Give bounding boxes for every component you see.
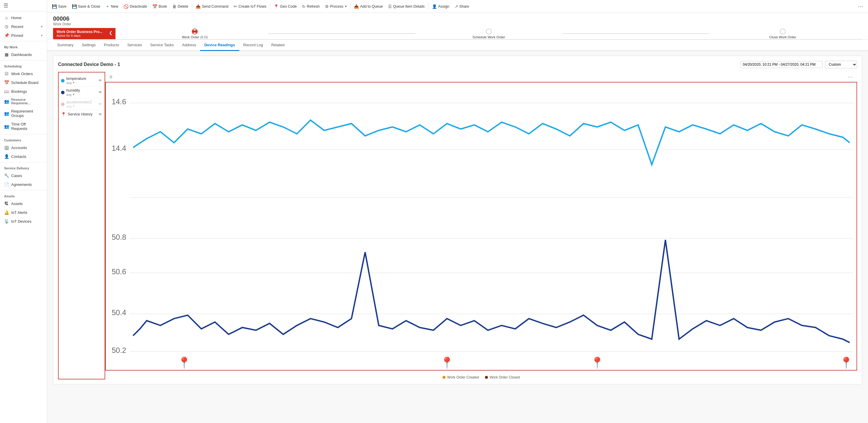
work-order-created-dot [442,376,445,379]
send-command-label: Send Command [202,4,228,8]
iot-alerts-icon: 🔔 [4,210,9,215]
footer-item-created: Work Order Created [442,375,479,380]
bpf-step-label: Close Work Order [769,35,797,39]
bpf-bar: Work Order Business Pro... Active for 6 … [53,28,862,39]
chevron-down-icon[interactable]: ▾ [73,93,74,96]
work-order-closed-dot [485,376,488,379]
sidebar-item-iot-devices[interactable]: 📡 IoT Devices [0,217,47,226]
pin-icon: 📍 [590,356,604,369]
process-icon: ⚙ [325,4,329,9]
record-type: Work Order [53,22,862,26]
hamburger-icon[interactable]: ☰ [3,3,8,8]
deactivate-button[interactable]: 🚫 Deactivate [121,1,149,12]
geo-code-icon: 📍 [274,4,279,9]
chart-footer: Work Order Created Work Order Closed [105,373,857,380]
sidebar-item-label: IoT Alerts [11,210,43,215]
process-button[interactable]: ⚙ Process ▾ [322,1,349,12]
toolbar-more-button[interactable]: ⋯ [856,2,866,11]
chevron-down-icon[interactable]: ▾ [73,81,74,85]
sidebar-item-assets[interactable]: 🏗 Assets [0,199,47,208]
sidebar-item-iot-alerts[interactable]: 🔔 IoT Alerts [0,208,47,217]
chevron-down-icon[interactable]: ▾ [73,104,74,108]
refresh-button[interactable]: ↻ Refresh [300,1,322,12]
add-to-queue-button[interactable]: 📥 Add to Queue [351,1,385,12]
sidebar-item-accounts[interactable]: 🏢 Accounts [0,143,47,152]
temperature-dot [61,79,64,83]
main-area: 💾 Save 💾 Save & Close ＋ New 🚫 Deactivate… [47,0,868,423]
sidebar-item-req-groups[interactable]: 👥 Requirement Groups [0,107,47,120]
sidebar-item-bookings[interactable]: 📖 Bookings [0,87,47,96]
chart-more-button[interactable]: ⋯ [845,72,855,81]
queue-item-details-button[interactable]: ☰ Queue Item Details [386,1,427,12]
book-label: Book [158,4,167,8]
save-close-button[interactable]: 💾 Save & Close [69,1,103,12]
tab-service-tasks[interactable]: Service Tasks [146,40,178,51]
sidebar-item-resource-req[interactable]: 👥 Resource Requireme... [0,96,47,107]
sidebar-item-label: IoT Devices [11,219,43,224]
geo-code-button[interactable]: 📍 Geo Code [271,1,299,12]
layers-icon[interactable]: ≡ [107,73,115,81]
sidebar-item-cases[interactable]: 🔧 Cases [0,171,47,180]
bpf-collapse-button[interactable]: ❮ [106,28,116,39]
bpf-active-stage[interactable]: Work Order Business Pro... Active for 6 … [53,28,106,39]
sidebar-item-schedule-board[interactable]: 📅 Schedule Board [0,78,47,87]
sidebar-item-agreements[interactable]: 📄 Agreements [0,180,47,189]
tab-device-readings[interactable]: Device Readings [200,40,239,51]
record-header: 00006 Work Order Work Order Business Pro… [47,13,868,40]
tab-record-log[interactable]: Record Log [239,40,267,51]
resource-icon: 👥 [4,99,9,104]
record-id: 00006 [53,15,862,22]
range-select[interactable]: Custom Last 7 Days Last 30 Days [825,61,857,68]
schedule-board-icon: 📅 [4,80,9,85]
footer-created-label: Work Order Created [447,375,479,380]
sidebar-item-label: Accounts [11,145,43,150]
eye-icon-service-history[interactable]: 👁 [98,112,102,117]
pin-icon: 📌 [4,33,9,38]
share-icon: ↗ [455,4,458,9]
sidebar-item-recent[interactable]: ◷ Recent ▾ [0,22,47,31]
share-button[interactable]: ↗ Share [452,1,471,12]
date-range-input[interactable] [740,61,823,68]
bpf-step-close[interactable]: Close Work Order [709,29,856,39]
temperature-line [133,120,850,165]
y-label: 50.8 [112,233,126,241]
sidebar-item-time-off[interactable]: 👥 Time Off Requests [0,120,47,133]
deactivate-label: Deactivate [130,4,147,8]
assign-icon: 👤 [432,4,437,9]
create-iot-flows-button[interactable]: ✏ Create IoT Flows [231,1,269,12]
save-label: Save [58,4,67,8]
book-button[interactable]: 📅 Book [150,1,169,12]
legend-name: humidity [66,88,97,93]
sidebar-item-label: Requirement Groups [11,109,43,118]
assign-button[interactable]: 👤 Assign [430,1,452,12]
tab-address[interactable]: Address [178,40,200,51]
tab-summary[interactable]: Summary [53,40,78,51]
sidebar-item-label: Resource Requireme... [11,98,43,105]
toolbar: 💾 Save 💾 Save & Close ＋ New 🚫 Deactivate… [47,0,868,13]
legend-item-accelerometerz: accelerometerZ avg ▾ 👁 [61,98,102,110]
save-close-label: Save & Close [78,4,100,8]
delete-button[interactable]: 🗑 Delete [170,1,191,12]
new-button[interactable]: ＋ New [103,1,121,12]
tab-related[interactable]: Related [267,40,289,51]
tab-services[interactable]: Services [123,40,146,51]
eye-icon-accelz[interactable]: 👁 [98,102,102,106]
legend-sub: avg ▾ [66,93,97,96]
tab-products[interactable]: Products [100,40,123,51]
legend-name: Service History [68,112,97,116]
eye-icon-temperature[interactable]: 👁 [98,78,102,83]
bpf-step-work-order[interactable]: Work Order (6 D) [121,29,269,39]
sidebar-item-work-orders[interactable]: ☑ Work Orders [0,69,47,78]
sidebar-item-dashboards[interactable]: ▦ Dashboards [0,50,47,59]
eye-icon-humidity[interactable]: 👁 [98,90,102,95]
sidebar-item-contacts[interactable]: 👤 Contacts [0,152,47,161]
send-command-button[interactable]: 📤 Send Command [193,1,231,12]
save-button[interactable]: 💾 Save [50,1,69,12]
tab-settings[interactable]: Settings [78,40,100,51]
service-history-pin-icon: 📍 [61,112,66,117]
delete-icon: 🗑 [173,4,177,9]
bpf-step-schedule[interactable]: Schedule Work Order [415,29,562,39]
sidebar-item-pinned[interactable]: 📌 Pinned ▾ [0,31,47,40]
sidebar-item-home[interactable]: ⌂ Home [0,13,47,22]
bpf-step-circle [486,29,492,34]
